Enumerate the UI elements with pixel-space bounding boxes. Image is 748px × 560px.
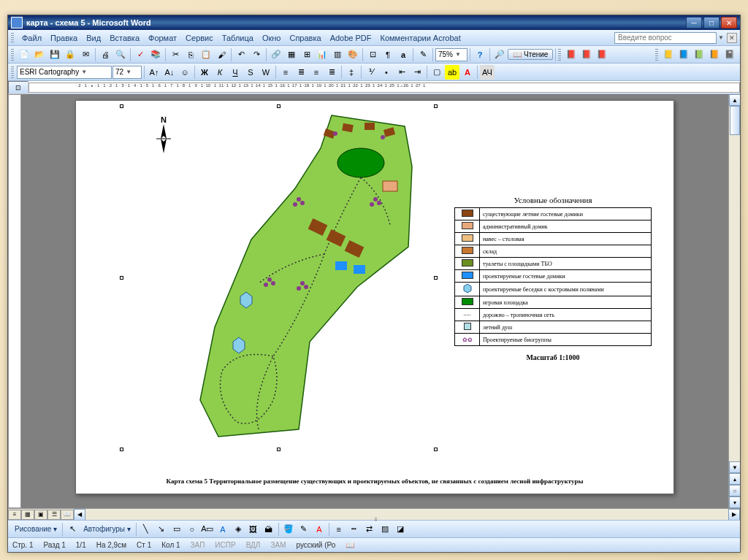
cut-button[interactable]: ✂ [168, 47, 183, 62]
borders-button[interactable]: ▢ [430, 65, 444, 80]
highlight-button[interactable]: ab [445, 65, 459, 80]
menu-acrobat-comments[interactable]: Комментарии Acrobat [376, 32, 465, 44]
show-marks-button[interactable]: ¶ [381, 47, 395, 62]
menu-adobe-pdf[interactable]: Adobe PDF [326, 32, 376, 44]
font-size-combo[interactable]: 72▼ [112, 66, 142, 79]
close-button[interactable]: ✕ [721, 17, 737, 28]
bold-button[interactable]: Ж [197, 65, 212, 80]
help-search-input[interactable] [614, 32, 717, 44]
horizontal-ruler[interactable]: · 2 · 1 · ⬥ · 1 · 1 · 2 · 1 · 3 · 1 · 4 … [28, 83, 740, 93]
show-hide-button[interactable]: a [396, 47, 411, 62]
permission-button[interactable]: 🔒 [63, 47, 77, 62]
help-button[interactable]: ? [473, 47, 487, 62]
diagram-button[interactable]: ◈ [231, 522, 245, 537]
shadow-style-button[interactable]: ▨ [378, 522, 392, 537]
normal-view-button[interactable]: ≡ [8, 510, 21, 520]
print-button[interactable]: 🖨 [98, 47, 112, 62]
italic-button[interactable]: К [213, 65, 227, 80]
align-center-button[interactable]: ≣ [294, 65, 308, 80]
status-trk[interactable]: ИСПР [215, 541, 235, 549]
grip-handle[interactable] [11, 49, 14, 61]
document-scroll-area[interactable]: N [21, 94, 728, 508]
new-doc-button[interactable]: 📄 [17, 47, 31, 62]
status-rec[interactable]: ЗАП [191, 541, 205, 549]
insert-table-button[interactable]: ⊞ [299, 47, 314, 62]
font-color-draw-button[interactable]: А [312, 522, 327, 537]
arrow-button[interactable]: ↘ [154, 522, 169, 537]
tables-borders-button[interactable]: ▦ [284, 47, 299, 62]
picture-button[interactable]: 🏔 [262, 522, 276, 537]
maximize-button[interactable]: □ [703, 17, 720, 28]
font-color-button[interactable]: А [460, 65, 475, 80]
outline-view-button[interactable]: ☰ [47, 510, 61, 520]
menu-format[interactable]: Формат [144, 32, 181, 44]
smiley-button[interactable]: ☺ [178, 65, 192, 80]
pdf-button-1[interactable]: 📕 [564, 47, 579, 62]
autoshapes-menu[interactable]: Автофигуры ▾ [80, 525, 134, 533]
fill-color-button[interactable]: 🪣 [281, 522, 296, 537]
shadow-button[interactable]: S [243, 65, 258, 80]
open-button[interactable]: 📂 [32, 47, 47, 62]
extra-button-2[interactable]: 📘 [676, 47, 691, 62]
grip-handle[interactable] [655, 49, 658, 61]
ink-button[interactable]: ✎ [416, 47, 430, 62]
clipart-button[interactable]: 🖼 [246, 522, 261, 537]
grip-handle[interactable] [11, 33, 14, 43]
minimize-button[interactable]: ─ [686, 17, 702, 28]
grip-handle[interactable] [11, 66, 14, 78]
doc-map-button[interactable]: ⊡ [365, 47, 380, 62]
drawing-menu[interactable]: Рисование ▾ [12, 525, 60, 533]
oval-button[interactable]: ○ [185, 522, 199, 537]
decrease-indent-button[interactable]: ⇤ [394, 65, 409, 80]
underline-button[interactable]: Ч [228, 65, 243, 80]
scroll-left-button[interactable]: ◀ [74, 509, 85, 521]
web-view-button[interactable]: ▦ [21, 510, 34, 520]
print-preview-button[interactable]: 🔍 [113, 47, 128, 62]
ruler-corner-button[interactable]: ⊡ [8, 81, 28, 94]
next-page-button[interactable]: ▾ [729, 496, 740, 508]
browse-object-button[interactable]: ○ [729, 485, 740, 496]
menu-tools[interactable]: Сервис [181, 32, 218, 44]
scroll-down-button[interactable]: ▼ [729, 461, 740, 473]
menu-window[interactable]: Окно [258, 32, 286, 44]
undo-button[interactable]: ↶ [234, 47, 248, 62]
search-dropdown-icon[interactable]: ▼ [718, 34, 724, 41]
email-button[interactable]: ✉ [78, 47, 93, 62]
align-left-button[interactable]: ≡ [278, 65, 293, 80]
wordart-button[interactable]: W [259, 65, 273, 80]
menu-view[interactable]: Вид [82, 32, 105, 44]
scroll-right-button[interactable]: ▶ [728, 509, 740, 521]
dash-style-button[interactable]: ┅ [347, 522, 362, 537]
copy-button[interactable]: ⎘ [183, 47, 198, 62]
font-name-combo[interactable]: ESRI Cartography▼ [17, 66, 112, 79]
status-spell-icon[interactable]: 📖 [346, 541, 354, 549]
shrink-font-button[interactable]: A↓ [162, 65, 177, 80]
excel-button[interactable]: 📊 [315, 47, 329, 62]
research-button[interactable]: 📚 [148, 47, 163, 62]
extra-button-5[interactable]: 📓 [722, 47, 737, 62]
spelling-button[interactable]: ✓ [133, 47, 148, 62]
wordart-button[interactable]: A [215, 522, 230, 537]
redo-button[interactable]: ↷ [249, 47, 264, 62]
align-right-button[interactable]: ≡ [309, 65, 324, 80]
grip-handle[interactable] [558, 49, 561, 61]
vertical-ruler[interactable] [8, 94, 21, 508]
rectangle-button[interactable]: ▭ [169, 522, 184, 537]
textbox-button[interactable]: A▭ [200, 522, 215, 537]
menu-help[interactable]: Справка [285, 32, 325, 44]
menu-edit[interactable]: Правка [46, 32, 82, 44]
menu-file[interactable]: Файл [18, 32, 46, 44]
line-button[interactable]: ╲ [139, 522, 153, 537]
status-ovr[interactable]: ЗАМ [270, 541, 286, 549]
find-button[interactable]: 🔎 [492, 47, 507, 62]
menu-table[interactable]: Таблица [218, 32, 258, 44]
zoom-combo[interactable]: 75%▼ [435, 48, 468, 61]
increase-indent-button[interactable]: ⇥ [410, 65, 424, 80]
hyperlink-button[interactable]: 🔗 [269, 47, 283, 62]
prev-page-button[interactable]: ▴ [729, 473, 740, 485]
vertical-scrollbar[interactable]: ▲ ▼ ▴ ○ ▾ [728, 94, 740, 508]
extra-button-4[interactable]: 📙 [707, 47, 722, 62]
bullets-button[interactable]: • [379, 65, 394, 80]
grow-font-button[interactable]: A↑ [147, 65, 161, 80]
numbering-button[interactable]: ⅟ [364, 65, 378, 80]
